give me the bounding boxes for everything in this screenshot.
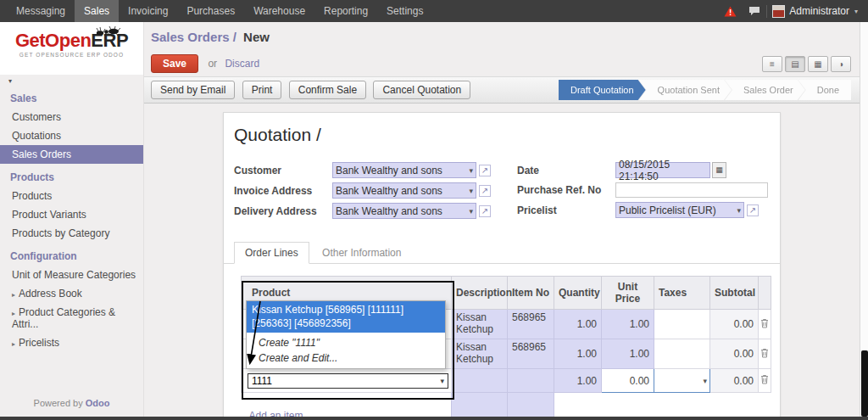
- date-field: Date 08/15/2015 21:14:50 ▦: [517, 162, 768, 178]
- menu-item-invoicing[interactable]: Invoicing: [119, 0, 177, 22]
- col-quantity: Quantity: [554, 277, 602, 310]
- external-link-icon[interactable]: ↗: [747, 204, 759, 216]
- customer-value: Bank Wealthy and sons: [336, 165, 467, 176]
- chevron-right-icon: ▸: [12, 310, 15, 317]
- unit-price-input[interactable]: 0.00: [602, 369, 654, 393]
- action-row: Save or Discard ≡ ▤ ▦ ◑: [144, 51, 860, 76]
- pricelist-select[interactable]: Public Pricelist (EUR) ▾: [615, 202, 744, 218]
- product-search-input[interactable]: [252, 375, 440, 387]
- sidebar-item-products-by-category[interactable]: Products by Category: [0, 224, 143, 243]
- toolbar-buttons: Send by Email Print Confirm Sale Cancel …: [151, 81, 475, 99]
- sidebar-item-quotations[interactable]: Quotations: [0, 126, 143, 145]
- col-unit-price: Unit Price: [602, 277, 654, 310]
- invoice-address-field: Invoice Address Bank Wealthy and sons ▾ …: [234, 182, 497, 199]
- menu-item-sales[interactable]: Sales: [75, 0, 119, 22]
- menu-item-messaging[interactable]: Messaging: [7, 0, 75, 22]
- col-description: Description: [452, 277, 508, 310]
- empty-cell: [602, 393, 654, 417]
- delete-row-icon[interactable]: [759, 369, 771, 393]
- status-quotation-sent[interactable]: Quotation Sent: [639, 80, 732, 100]
- page-title: Quotation /: [234, 125, 780, 145]
- description-cell: Kissan Ketchup: [452, 339, 508, 369]
- menu-item-purchases[interactable]: Purchases: [177, 0, 244, 22]
- external-link-icon[interactable]: ↗: [479, 205, 491, 217]
- form-view-icon[interactable]: ▤: [785, 56, 805, 72]
- purchase-ref-input[interactable]: [615, 182, 768, 198]
- delivery-address-select[interactable]: Bank Wealthy and sons ▾: [332, 203, 476, 219]
- sidebar-nav: Sales Customers Quotations Sales Orders …: [0, 85, 143, 391]
- customer-select[interactable]: Bank Wealthy and sons ▾: [332, 162, 476, 178]
- chevron-down-icon: ▾: [8, 77, 143, 85]
- sidebar-item-pricelists[interactable]: ▸Pricelists: [0, 333, 143, 352]
- add-item-cell: Add an item: [242, 393, 452, 417]
- tab-order-lines[interactable]: Order Lines: [234, 242, 309, 264]
- empty-cell: [759, 393, 771, 417]
- sidebar-item-address-book[interactable]: ▸Address Book: [0, 284, 143, 303]
- status-done[interactable]: Done: [798, 80, 851, 100]
- confirm-sale-button[interactable]: Confirm Sale: [289, 81, 366, 99]
- send-by-email-button[interactable]: Send by Email: [151, 81, 235, 99]
- messages-icon[interactable]: [743, 6, 766, 16]
- calendar-icon[interactable]: ▦: [712, 162, 726, 178]
- add-an-item-link[interactable]: Add an item: [249, 410, 303, 417]
- taxes-select[interactable]: ▾: [654, 369, 710, 393]
- item-no-cell: 568965: [508, 339, 554, 369]
- scrollbar[interactable]: [860, 22, 868, 417]
- window-bottom-edge: [0, 417, 868, 420]
- save-button[interactable]: Save: [151, 54, 198, 73]
- item-no-cell[interactable]: [508, 369, 554, 393]
- menu-item-settings[interactable]: Settings: [377, 0, 432, 22]
- scrollbar-thumb[interactable]: [861, 350, 868, 417]
- menu-item-reporting[interactable]: Reporting: [314, 0, 377, 22]
- odoo-link[interactable]: Odoo: [86, 398, 110, 408]
- print-button[interactable]: Print: [242, 81, 282, 99]
- sidebar: GetOpenERP GET OPENSOURCE ERP ODOO ▾ Sal…: [0, 22, 144, 417]
- chevron-right-icon: ▸: [12, 291, 15, 299]
- status-draft-quotation[interactable]: Draft Quotation: [559, 80, 646, 100]
- invoice-address-select[interactable]: Bank Wealthy and sons ▾: [332, 182, 476, 199]
- quantity-cell[interactable]: 1.00: [554, 369, 602, 393]
- menu-item-warehouse[interactable]: Warehouse: [244, 0, 314, 22]
- sidebar-item-product-categories[interactable]: ▸Product Categories & Attri...: [0, 303, 143, 333]
- graph-view-icon[interactable]: ◑: [831, 56, 851, 72]
- delete-row-icon[interactable]: [759, 339, 771, 369]
- external-link-icon[interactable]: ↗: [479, 165, 491, 176]
- calendar-view-icon[interactable]: ▦: [808, 56, 828, 72]
- subtotal-cell: 0.00: [710, 369, 759, 393]
- list-view-icon[interactable]: ≡: [762, 56, 782, 72]
- add-row: Add an item: [242, 393, 771, 417]
- product-combobox[interactable]: ▾: [248, 373, 448, 389]
- cancel-quotation-button[interactable]: Cancel Quotation: [373, 81, 470, 99]
- dropdown-option-create[interactable]: Create "1111": [247, 333, 445, 350]
- delivery-address-field: Delivery Address Bank Wealthy and sons ▾…: [234, 203, 497, 219]
- sidebar-item-sales-orders[interactable]: Sales Orders: [0, 145, 143, 164]
- sidebar-item-customers[interactable]: Customers: [0, 108, 143, 126]
- chevron-down-icon: ▾: [440, 377, 444, 385]
- purchase-ref-label: Purchase Ref. No: [517, 184, 615, 196]
- sidebar-item-uom-categories[interactable]: Unit of Measure Categories: [0, 266, 143, 284]
- breadcrumb-link[interactable]: Sales Orders /: [151, 30, 236, 44]
- dropdown-option-create-and-edit[interactable]: Create and Edit...: [247, 350, 445, 368]
- item-no-textarea[interactable]: [508, 393, 554, 417]
- unit-price-cell: 1.00: [602, 310, 654, 339]
- description-cell[interactable]: [452, 369, 508, 393]
- table-row-editing: ▾ 1.00 0.00 ▾ 0.00: [242, 369, 771, 393]
- user-menu[interactable]: Administrator ▾: [766, 5, 863, 18]
- sidebar-item-product-variants[interactable]: Product Variants: [0, 205, 143, 224]
- delete-row-icon[interactable]: [759, 310, 771, 339]
- status-sales-order[interactable]: Sales Order: [725, 80, 805, 100]
- date-input[interactable]: 08/15/2015 21:14:50: [615, 162, 710, 178]
- logo[interactable]: GetOpenERP GET OPENSOURCE ERP ODOO: [0, 22, 143, 75]
- sidebar-item-label: Address Book: [19, 288, 82, 300]
- dropdown-option-product[interactable]: Kissan Ketchup [568965] [111111] [256363…: [247, 301, 445, 333]
- chevron-down-icon: ▾: [469, 207, 473, 216]
- delivery-address-label: Delivery Address: [234, 205, 332, 217]
- discard-link[interactable]: Discard: [225, 58, 259, 70]
- warning-icon[interactable]: [718, 6, 743, 17]
- tab-other-information[interactable]: Other Information: [312, 243, 411, 263]
- fields-left-column: Customer Bank Wealthy and sons ▾ ↗ Invoi…: [234, 162, 497, 223]
- description-textarea[interactable]: [452, 393, 508, 417]
- sidebar-item-products[interactable]: Products: [0, 187, 143, 205]
- external-link-icon[interactable]: ↗: [479, 185, 491, 197]
- chevron-down-icon: ▾: [854, 8, 858, 15]
